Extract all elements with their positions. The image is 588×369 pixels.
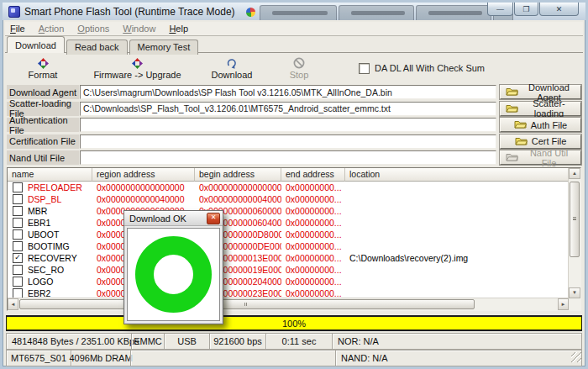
menu-help[interactable]: Help [169, 24, 188, 34]
progress-label: 100% [282, 319, 306, 329]
scroll-down-icon[interactable]: ▼ [569, 287, 580, 298]
name-cell: EBR1 [8, 218, 92, 228]
download-button[interactable]: Download [194, 57, 270, 80]
close-button[interactable]: ✕ [539, 3, 579, 16]
firmware-upgrade-pinwheel-icon [132, 57, 143, 70]
name-cell: UBOOT [8, 229, 92, 240]
stop-button: Stop [270, 57, 328, 80]
row-checkbox[interactable] [13, 265, 23, 275]
side-button-label: Nand Util File [522, 148, 575, 168]
scatter-loading-file-input[interactable] [80, 102, 496, 116]
table-row-ebr1[interactable]: EBR10x00000000006040000x0000000000604000… [8, 217, 569, 229]
row-checkbox[interactable] [13, 194, 23, 204]
column-header-end-address[interactable]: end address [281, 168, 345, 182]
field-label-nand-util-file: Nand Util File [7, 150, 79, 165]
resize-grip-icon[interactable] [571, 352, 581, 362]
vertical-scroll-thumb[interactable] [570, 182, 580, 257]
menu-window[interactable]: Window [123, 24, 155, 34]
scatter-loading-button[interactable]: Scatter-loading [500, 102, 581, 116]
name-cell: BOOTIMG [8, 241, 92, 251]
status-cell: 4814848 Bytes / 2351.00 KBps [6, 333, 132, 350]
download-agent-button[interactable]: Download Agent [500, 85, 581, 99]
side-button-label: Auth File [531, 120, 567, 130]
scroll-right-icon[interactable]: ► [558, 298, 569, 310]
row-checkbox[interactable] [13, 229, 23, 240]
certification-file-input[interactable] [80, 134, 496, 149]
table-row-recovery[interactable]: ✓RECOVERY0x00000000013E00000x00000000013… [8, 252, 569, 264]
dialog-close-icon[interactable]: ✕ [207, 213, 220, 224]
end-address: 0x00000000... [281, 241, 345, 251]
folder-icon [514, 119, 527, 130]
status-cell [130, 350, 336, 366]
status-bar-row-2: MT6575_S014096Mb DRAMNAND: N/A [6, 350, 582, 366]
background-tab-ghost [416, 5, 491, 20]
field-row-certification-file: Certification FileCert File [7, 134, 581, 149]
toolbar-button-label: Format [29, 70, 58, 80]
column-header-name[interactable]: name [8, 168, 92, 182]
table-row-sec-ro[interactable]: SEC_RO0x00000000019E00000x00000000019E00… [8, 264, 569, 276]
horizontal-scroll-thumb[interactable] [19, 299, 475, 309]
titlebar: Smart Phone Flash Tool (Runtime Trace Mo… [3, 3, 585, 20]
app-window: Smart Phone Flash Tool (Runtime Trace Mo… [0, 0, 588, 369]
row-checkbox[interactable] [13, 277, 23, 287]
table-row-logo[interactable]: LOGO0x00000000020400000x0000000002040000… [8, 276, 569, 287]
horizontal-scrollbar[interactable]: ◄ ► [8, 298, 569, 310]
end-address: 0x00000000... [281, 206, 345, 216]
menubar: FileActionOptionsWindowHelp [5, 22, 583, 36]
scroll-up-icon[interactable]: ▲ [569, 168, 580, 179]
folder-icon [506, 87, 518, 98]
table-row-preloader[interactable]: PRELOADER0x00000000000000000x00000000000… [8, 182, 569, 193]
firmware-upgrade-button[interactable]: Firmware -> Upgrade [81, 57, 194, 80]
menu-options[interactable]: Options [77, 24, 109, 34]
auth-file-button[interactable]: Auth File [500, 118, 581, 132]
success-ring-icon [135, 236, 212, 313]
row-checkbox[interactable] [13, 218, 23, 228]
table-row-mbr[interactable]: MBR0x00000000006000000x00000000006000000… [8, 205, 569, 217]
partition-name: EBR1 [28, 218, 50, 228]
row-checkbox-checked[interactable]: ✓ [13, 253, 23, 263]
minimize-button[interactable]: — [487, 3, 513, 16]
app-icon [8, 6, 20, 18]
table-row-uboot[interactable]: UBOOT0x0000000000D800000x0000000000D8000… [8, 229, 569, 240]
dialog-titlebar[interactable]: Download OK ✕ [124, 211, 223, 226]
folder-icon [515, 136, 528, 147]
row-checkbox[interactable] [13, 241, 23, 251]
format-pinwheel-icon [38, 57, 49, 70]
cert-file-button[interactable]: Cert File [500, 134, 581, 149]
partition-name: BOOTIMG [28, 241, 70, 251]
location-cell: C:\Downloads\recovery(2).img [345, 253, 569, 263]
partition-name: LOGO [28, 277, 53, 287]
download-arrow-icon [226, 57, 238, 70]
name-cell: MBR [8, 206, 92, 216]
checkbox-box[interactable] [359, 63, 370, 74]
status-cell: 921600 bps [209, 333, 266, 350]
menu-action[interactable]: Action [39, 24, 65, 34]
begin-address: 0x0000000000000000 [195, 182, 281, 192]
field-label-scatter-loading-file: Scatter-loading File [7, 102, 79, 116]
row-checkbox[interactable] [13, 182, 23, 192]
table-row-dsp-bl[interactable]: DSP_BL0x00000000000400000x00000000000400… [8, 193, 569, 205]
name-cell: ✓RECOVERY [8, 253, 92, 263]
column-header-begin-address[interactable]: begin address [195, 168, 281, 182]
authentication-file-input[interactable] [80, 118, 496, 132]
column-header-location[interactable]: location [345, 168, 580, 182]
da-dl-checksum-checkbox[interactable]: DA DL All With Check Sum [359, 63, 485, 74]
background-browser-ghost-icon [246, 8, 255, 17]
menu-file[interactable]: File [10, 24, 25, 34]
end-address: 0x00000000... [281, 253, 345, 263]
download-agent-input[interactable] [80, 85, 496, 99]
row-checkbox[interactable] [13, 206, 23, 216]
scrollbar-corner [569, 298, 580, 310]
nand-util-file-input[interactable] [80, 150, 496, 165]
partition-name: UBOOT [28, 229, 59, 240]
vertical-scrollbar[interactable]: ▲ ▼ [568, 168, 580, 298]
progress-bar: 100% [6, 315, 582, 331]
scroll-left-icon[interactable]: ◄ [8, 298, 18, 310]
column-header-region-address[interactable]: region address [92, 168, 195, 182]
table-row-bootimg[interactable]: BOOTIMG0x0000000000DE00000x0000000000DE0… [8, 240, 569, 252]
maximize-button[interactable]: ❐ [514, 3, 538, 16]
format-button[interactable]: Format [5, 57, 81, 80]
toolbar: FormatFirmware -> UpgradeDownloadStop DA… [5, 53, 583, 83]
tab-download[interactable]: Download [7, 36, 65, 53]
name-cell: DSP_BL [8, 194, 92, 204]
